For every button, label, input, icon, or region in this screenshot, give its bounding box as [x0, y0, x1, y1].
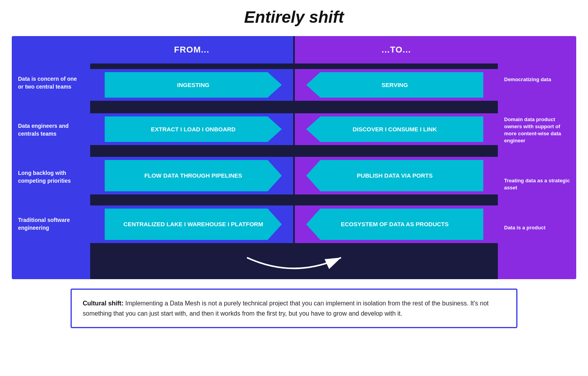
- cultural-shift-bold: Cultural shift:: [83, 300, 123, 307]
- row-3-from: CENTRALIZED LAKE I WAREHOUSE I PLATFORM: [90, 205, 293, 243]
- right-label-0: Democratizing data: [504, 76, 570, 83]
- row-1-to-label: DISCOVER I CONSUME I LINK: [352, 125, 437, 133]
- row-3-from-label: CENTRALIZED LAKE I WAREHOUSE I PLATFORM: [123, 220, 263, 228]
- row-1-to: DISCOVER I CONSUME I LINK: [295, 113, 498, 145]
- cultural-shift-body: Implementing a Data Mesh is not a purely…: [83, 300, 489, 317]
- row-0-to-label: SERVING: [381, 81, 408, 89]
- to-header: ...TO...: [295, 36, 498, 64]
- row-3-to: ECOSYSTEM OF DATA AS PRODUCTS: [295, 205, 498, 243]
- row-1-from: EXTRACT I LOAD I ONBOARD: [90, 113, 293, 145]
- data-row-2: FLOW DATA THROUGH PIPELINES PUBLISH DATA…: [90, 152, 498, 201]
- row-2-to-label: PUBLISH DATA VIA PORTS: [357, 172, 432, 180]
- data-row-0: INGESTING SERVING: [90, 64, 498, 108]
- bottom-arrow-area: [90, 248, 498, 279]
- row-3-to-label: ECOSYSTEM OF DATA AS PRODUCTS: [341, 220, 448, 228]
- main-diagram: Data is concern of one or two central te…: [12, 36, 576, 279]
- page-title: Entirely shift: [244, 8, 344, 27]
- row-1-from-label: EXTRACT I LOAD I ONBOARD: [151, 125, 236, 133]
- data-row-1: EXTRACT I LOAD I ONBOARD DISCOVER I CONS…: [90, 108, 498, 152]
- cultural-shift-text: Cultural shift: Implementing a Data Mesh…: [83, 298, 505, 318]
- right-label-1: Domain data product owners with support …: [504, 116, 570, 145]
- data-row-3: CENTRALIZED LAKE I WAREHOUSE I PLATFORM …: [90, 201, 498, 248]
- left-label-0: Data is concern of one or two central te…: [18, 75, 84, 91]
- right-label-2: Treating data as a strategic asset: [504, 177, 570, 191]
- right-label-3: Data is a product: [504, 224, 570, 231]
- to-label: ...TO...: [382, 45, 411, 55]
- from-header: FROM...: [90, 36, 293, 64]
- row-2-to: PUBLISH DATA VIA PORTS: [295, 157, 498, 194]
- from-label: FROM...: [174, 45, 209, 55]
- left-labels-column: Data is concern of one or two central te…: [12, 36, 90, 279]
- data-rows: INGESTING SERVING EXTRACT I LOAD I ONBOA…: [90, 64, 498, 279]
- row-2-from: FLOW DATA THROUGH PIPELINES: [90, 157, 293, 194]
- right-labels-column: Democratizing data Domain data product o…: [498, 36, 576, 279]
- header-row: FROM... ...TO...: [90, 36, 498, 64]
- left-label-2: Long backlog with competing priorities: [18, 169, 84, 185]
- left-label-1: Data engineers and centrals teams: [18, 122, 84, 138]
- cultural-shift-box: Cultural shift: Implementing a Data Mesh…: [71, 289, 517, 328]
- row-0-from: INGESTING: [90, 69, 293, 101]
- center-grid: FROM... ...TO... INGESTING SERVING: [90, 36, 498, 279]
- row-2-from-label: FLOW DATA THROUGH PIPELINES: [144, 172, 242, 180]
- row-0-to: SERVING: [295, 69, 498, 101]
- row-0-from-label: INGESTING: [177, 81, 210, 89]
- left-label-3: Traditional software engineering: [18, 216, 84, 232]
- curved-arrow-svg: [235, 252, 353, 275]
